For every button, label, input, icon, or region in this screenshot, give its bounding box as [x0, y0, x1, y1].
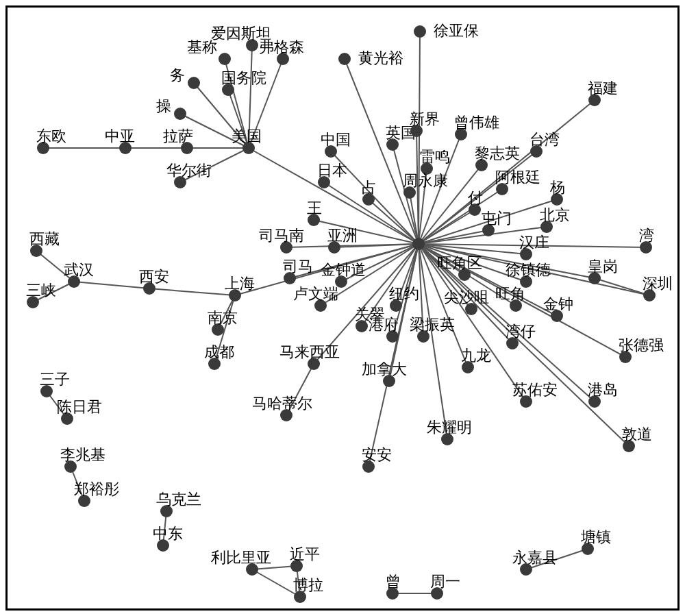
node-label: 金钟 [543, 297, 573, 312]
node-label: 近平 [290, 547, 320, 562]
node-dot [414, 25, 426, 38]
node-label: 屯门 [482, 211, 512, 226]
node-dot [219, 53, 231, 65]
edge [345, 59, 419, 244]
node-label: 纽约 [389, 286, 419, 301]
node-label: 台湾 [530, 132, 560, 147]
node-label: 皇岗 [588, 259, 618, 274]
node-label: 马哈蒂尔 [252, 396, 312, 411]
node-label: 尖沙咀 [444, 290, 489, 305]
node-label: 博拉 [293, 578, 323, 593]
node-label: 杨 [550, 180, 565, 195]
node-label: 安安 [362, 447, 392, 463]
node-label: 旺角 [495, 286, 525, 301]
node-label: 汉庄 [519, 235, 549, 250]
node-label: 三峡 [26, 283, 56, 298]
node-label: 阿根廷 [495, 170, 540, 185]
edge [149, 288, 235, 295]
node-label: 华尔街 [166, 163, 212, 178]
node-label: 朱耀明 [427, 420, 472, 435]
node-label: 付 [468, 190, 483, 206]
graph-frame: 徐亚保黄光裕弗格森爱因斯坦基称务国务院操东欧中亚拉萨美国华尔街中国日本英国新界曾… [5, 5, 680, 611]
node-label: 美国 [232, 129, 262, 144]
node-label: 郑裕彤 [74, 482, 119, 497]
node-label: 黎志英 [475, 146, 520, 161]
node-label: 上海 [225, 276, 255, 291]
node-label: 成都 [204, 345, 234, 360]
node-dot [412, 238, 425, 250]
node-label: 中东 [153, 526, 183, 541]
node-label: 三子 [40, 372, 70, 387]
node-label: 弗格森 [259, 40, 304, 55]
edge [74, 282, 149, 288]
node-label: 爱因斯坦 [211, 26, 271, 41]
node-label: 曾 [386, 574, 401, 589]
node-label: 徐亚保 [434, 23, 479, 38]
node-label: 湾仔 [506, 324, 536, 339]
node-label: 占 [362, 180, 377, 195]
node-label: 张德强 [619, 338, 664, 353]
node-label: 亚洲 [327, 228, 358, 243]
node-label: 中国 [321, 132, 351, 147]
node-label: 周永康 [403, 173, 448, 188]
node-label: 徐镇德 [506, 262, 551, 278]
node-label: 港岛 [588, 382, 618, 397]
node-label: 西安 [139, 269, 169, 284]
node-label: 周一 [430, 574, 460, 589]
node-label: 九龙 [461, 348, 491, 363]
node-label: 陈日君 [57, 399, 102, 415]
node-label: 东欧 [36, 129, 66, 144]
node-label: 苏佑安 [512, 382, 558, 397]
edge-layer [8, 8, 682, 613]
node-label: 司马南 [259, 228, 304, 243]
node-label: 卢文端 [293, 286, 338, 301]
node-dot [174, 108, 186, 120]
node-label: 拉萨 [163, 129, 193, 144]
node-label: 加拿大 [362, 362, 407, 377]
node-label: 北京 [540, 208, 570, 223]
edge [369, 244, 419, 467]
node-label: 湾 [639, 228, 654, 243]
node-label: 务 [170, 68, 185, 83]
node-label: 福建 [588, 81, 618, 96]
node-label: 雷鸣 [420, 149, 450, 164]
node-label: 国务院 [221, 71, 266, 86]
node-label: 操 [156, 99, 171, 114]
node-label: 王 [307, 201, 322, 216]
edge [369, 199, 419, 244]
node-label: 敦道 [622, 427, 652, 442]
node-label: 中亚 [105, 129, 135, 144]
node-label: 黄光裕 [358, 51, 403, 66]
node-label: 塘镇 [581, 530, 611, 545]
node-label: 基称 [187, 40, 217, 55]
edge [595, 278, 649, 295]
node-label: 司马 [283, 259, 313, 274]
node-label: 深圳 [643, 276, 673, 291]
node-label: 梁振英 [410, 317, 455, 332]
node-label: 李兆基 [60, 447, 105, 463]
node-label: 南京 [208, 310, 238, 325]
edge [419, 32, 420, 244]
node-label: 马来西亚 [279, 345, 340, 360]
node-label: 利比里亚 [211, 550, 271, 565]
node-label: 旺角区 [437, 256, 482, 271]
node-label: 永嘉县 [512, 550, 558, 565]
node-dot [188, 77, 200, 89]
node-label: 武汉 [64, 262, 94, 278]
node-label: 乌克兰 [156, 492, 201, 507]
node-label: 金钟道 [321, 262, 366, 278]
node-label: 港府 [369, 317, 399, 332]
node-dot [338, 53, 351, 65]
node-label: 西藏 [29, 232, 60, 247]
node-label: 曾伟雄 [454, 115, 499, 130]
node-label: 日本 [317, 163, 347, 178]
node-label: 新界 [410, 112, 440, 127]
